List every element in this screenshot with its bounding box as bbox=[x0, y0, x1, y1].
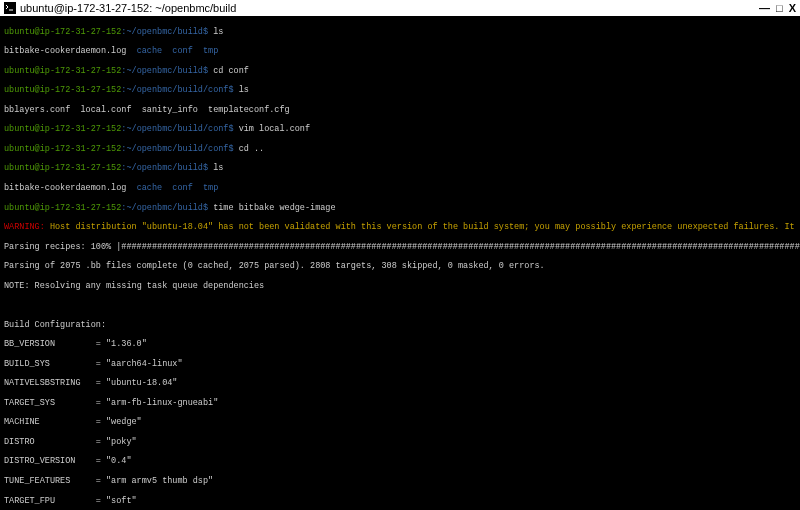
close-button[interactable]: X bbox=[789, 2, 796, 15]
window-title: ubuntu@ip-172-31-27-152: ~/openbmc/build bbox=[20, 2, 236, 15]
window-titlebar: ubuntu@ip-172-31-27-152: ~/openbmc/build… bbox=[0, 0, 800, 16]
terminal-output[interactable]: ubuntu@ip-172-31-27-152:~/openbmc/build$… bbox=[0, 16, 800, 510]
terminal-icon bbox=[4, 2, 16, 14]
maximize-button[interactable]: □ bbox=[776, 2, 783, 15]
svg-rect-0 bbox=[4, 2, 16, 14]
minimize-button[interactable]: — bbox=[759, 2, 770, 15]
